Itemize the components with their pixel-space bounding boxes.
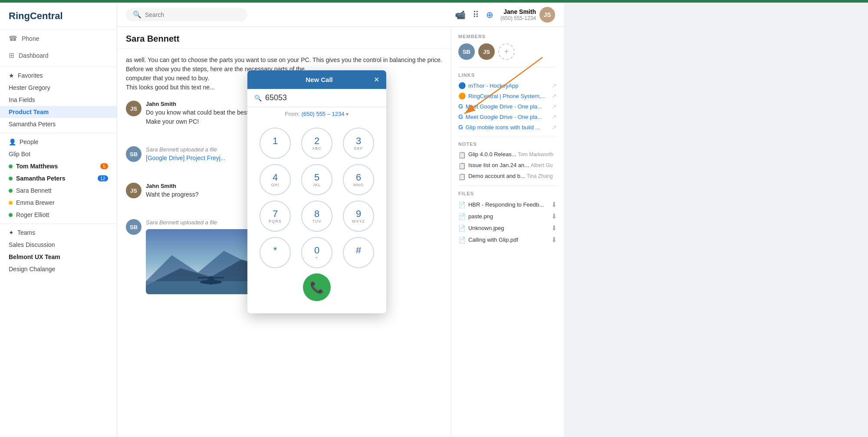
right-panel: MEMBERS SB JS + LINKS 🔵 mThor - HockeyAp…: [451, 27, 564, 437]
dial-letters-0: +: [316, 256, 318, 260]
from-dropdown-icon[interactable]: ▾: [346, 111, 349, 117]
dial-btn-8[interactable]: 8 TUV: [301, 200, 332, 232]
teams-label: Teams: [17, 229, 35, 236]
dial-btn-7[interactable]: 7 PQRS: [260, 200, 291, 232]
call-number-input[interactable]: [265, 93, 379, 102]
dialpad-row-4: * 0 + #: [254, 237, 379, 268]
sara-avatar-2: SB: [126, 219, 141, 235]
mthor-link[interactable]: mThor - HockeyApp: [468, 82, 552, 89]
file-download-hbr[interactable]: ⬇: [551, 200, 557, 209]
sidebar-item-samantha-fav[interactable]: Samantha Peters: [0, 118, 117, 130]
sidebar-item-dashboard[interactable]: ⊞ Dashboard: [0, 47, 117, 64]
note-item-issue: 📋 Issue list on Jan.24 an... Albert Gu: [458, 162, 557, 169]
dial-btn-4[interactable]: 4 GHI: [260, 164, 291, 195]
dial-num-star: *: [273, 246, 277, 255]
samantha-people-label: Samantha Peters: [16, 175, 66, 182]
gdrive-icon-2: G: [458, 113, 463, 120]
glip-icons-link[interactable]: Glip mobile icons with build ...: [466, 124, 552, 131]
dial-btn-hash[interactable]: #: [343, 237, 374, 268]
dial-letters-2: ABC: [312, 146, 322, 151]
dial-num-hash: #: [356, 246, 361, 255]
file-item-paste: 📄 paste.png ⬇: [458, 212, 557, 220]
sidebar-item-tom[interactable]: Tom Matthews 5: [0, 160, 117, 172]
search-icon: 🔍: [133, 10, 141, 19]
sidebar-item-samantha-people[interactable]: Samantha Peters 12: [0, 172, 117, 184]
sidebar-item-glip-bot[interactable]: Glip Bot: [0, 148, 117, 160]
user-info[interactable]: Jane Smith (650) 555-1234 JS: [500, 7, 555, 23]
phone-icon: ☎: [9, 34, 17, 43]
note-author-2: Albert Gu: [531, 162, 553, 168]
dial-letters-5: JKL: [313, 183, 321, 187]
user-name: Jane Smith: [500, 8, 536, 15]
call-button[interactable]: 📞: [303, 273, 331, 301]
dial-num-5: 5: [314, 173, 319, 182]
dialog-close-button[interactable]: ✕: [374, 76, 379, 84]
dialog-search-icon: 🔍: [254, 95, 262, 102]
add-icon[interactable]: ⊕: [486, 10, 493, 20]
gdrive-external-icon-2: ↗: [552, 113, 557, 120]
samantha-status-dot: [9, 177, 13, 181]
link-item-gdrive-2: G Meet Google Drive - One pla... ↗: [458, 113, 557, 120]
google-drive-link[interactable]: [Google Drive] Project Freyj...: [146, 154, 226, 161]
glip-bot-label: Glip Bot: [9, 151, 30, 158]
roger-status-dot: [9, 213, 13, 217]
file-unknown-left: 📄 Unknown.jpeg: [458, 225, 551, 232]
dial-btn-0[interactable]: 0 +: [301, 237, 332, 268]
search-input[interactable]: [145, 11, 232, 18]
file-item-unknown-jpeg: 📄 Unknown.jpeg ⬇: [458, 224, 557, 232]
mthor-icon: 🔵: [458, 82, 466, 89]
sidebar-section-teams: ✦ Teams: [0, 227, 117, 239]
topbar-right: 📹 ⠿ ⊕ Jane Smith (650) 555-1234 JS: [455, 7, 555, 23]
sidebar-item-product-team[interactable]: Product Team: [0, 106, 117, 118]
file-name-hbr: HBR - Responding to Feedb...: [468, 201, 544, 208]
dial-btn-6[interactable]: 6 MNO: [343, 164, 374, 195]
dialog-title: New Call: [265, 76, 374, 83]
sidebar-item-belmont[interactable]: Belmont UX Team: [0, 251, 117, 263]
rp-divider-1: [458, 67, 557, 67]
file-download-paste[interactable]: ⬇: [551, 212, 557, 220]
gdrive-link-1[interactable]: Meet Google Drive - One pla...: [466, 103, 552, 110]
main-content: 🔍 📹 ⠿ ⊕ Jane Smith (650) 555-1234 JS Sar…: [117, 3, 564, 437]
sidebar-item-design[interactable]: Design Chalange: [0, 263, 117, 275]
tom-label: Tom Matthews: [16, 163, 58, 170]
sidebar-item-emma[interactable]: Emma Brewer: [0, 197, 117, 209]
dial-btn-5[interactable]: 5 JKL: [301, 164, 332, 195]
note-content-1: Glip 4.0.0 Releas... Tom Markworth: [468, 151, 553, 158]
glip-icon: G: [458, 124, 463, 131]
from-label: From:: [285, 111, 300, 117]
dial-btn-2[interactable]: 2 ABC: [301, 128, 332, 159]
dialog-from-row: From: (650) 555 – 1234 ▾: [247, 107, 386, 121]
sidebar-item-phone[interactable]: ☎ Phone: [0, 30, 117, 47]
glip-icons-external-icon: ↗: [552, 124, 557, 131]
note-text-1: Glip 4.0.0 Releas...: [468, 151, 516, 158]
sidebar-item-hester[interactable]: Hester Gregory: [0, 82, 117, 94]
dial-letters-4: GHI: [271, 183, 279, 187]
sidebar-divider-1: [0, 66, 117, 67]
video-icon[interactable]: 📹: [455, 10, 466, 20]
sidebar-item-roger[interactable]: Roger Elliott: [0, 209, 117, 221]
file-download-unknown[interactable]: ⬇: [551, 224, 557, 232]
file-paste-left: 📄 paste.png: [458, 213, 551, 220]
dial-num-9: 9: [356, 209, 361, 219]
dial-btn-9[interactable]: 9 WXYZ: [343, 200, 374, 232]
dial-btn-1[interactable]: 1: [260, 128, 291, 159]
dial-btn-star[interactable]: *: [260, 237, 291, 268]
file-icon-paste: 📄: [458, 213, 466, 220]
sidebar-item-ina[interactable]: Ina Fields: [0, 94, 117, 106]
teams-icon: ✦: [9, 229, 14, 236]
links-section-title: LINKS: [458, 72, 557, 78]
notes-section-title: NOTES: [458, 141, 557, 147]
gdrive-link-2[interactable]: Meet Google Drive - One pla...: [466, 114, 552, 120]
sidebar-item-sales[interactable]: Sales Discussion: [0, 239, 117, 251]
note-icon-3: 📋: [458, 173, 466, 180]
sidebar-divider-3: [0, 223, 117, 224]
sidebar-item-sara[interactable]: Sara Bennett: [0, 184, 117, 197]
file-download-calling[interactable]: ⬇: [551, 236, 557, 244]
members-section-title: MEMBERS: [458, 34, 557, 39]
dial-btn-3[interactable]: 3 DEF: [343, 128, 374, 159]
add-member-button[interactable]: +: [498, 43, 515, 60]
grid-icon[interactable]: ⠿: [473, 10, 479, 20]
search-box[interactable]: 🔍: [126, 8, 247, 21]
favorites-star-icon: ★: [9, 72, 14, 79]
ringcentral-link[interactable]: RingCentral | Phone System,...: [468, 93, 552, 99]
